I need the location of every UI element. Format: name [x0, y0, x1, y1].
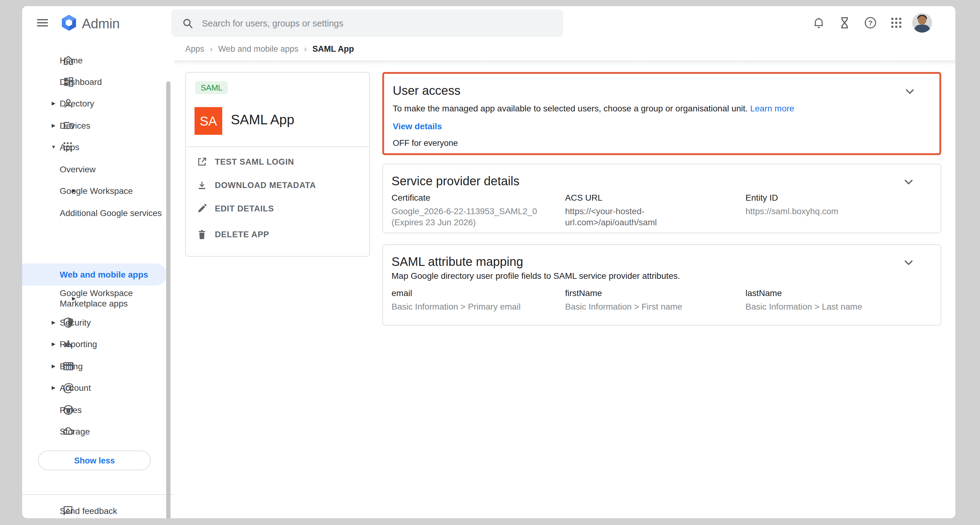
expand-right-icon[interactable]: ▶	[49, 320, 58, 325]
action-label: EDIT DETAILS	[215, 204, 274, 213]
attribute-value: Basic Information > Last name	[746, 301, 913, 312]
trash-icon	[196, 229, 207, 240]
entity-id-field: Entity ID https://saml.boxyhq.com	[746, 192, 913, 216]
user-access-card: User access To make the managed app avai…	[382, 72, 941, 155]
expand-right-icon[interactable]: ▶	[49, 123, 58, 128]
user-avatar[interactable]	[912, 13, 932, 33]
expand-right-icon[interactable]: ▶	[49, 385, 58, 390]
action-label: DOWNLOAD METADATA	[215, 181, 316, 190]
learn-more-link[interactable]: Learn more	[750, 103, 794, 113]
sidebar-item-overview[interactable]: Overview	[22, 158, 174, 180]
action-label: DELETE APP	[215, 230, 269, 239]
sidebar-nav: Home Dashboard ▶ Directory ▶ Devices ▼ A…	[22, 47, 174, 518]
app-avatar-tile: SA	[194, 107, 222, 135]
field-label: ACS URL	[565, 192, 733, 202]
field-value: https://saml.boxyhq.com	[746, 206, 838, 216]
google-admin-logo: Admin	[60, 14, 120, 34]
sidebar-item-directory[interactable]: ▶ Directory	[22, 92, 174, 114]
chevron-down-icon[interactable]	[905, 86, 918, 100]
sidebar-item-google-workspace[interactable]: ▶ Google Workspace	[22, 180, 174, 201]
sidebar-item-label: Directory	[60, 98, 94, 108]
chevron-down-icon[interactable]	[904, 257, 917, 271]
sidebar-item-label: Google Workspace Marketplace apps	[60, 288, 152, 309]
collapse-down-icon[interactable]: ▼	[49, 144, 58, 150]
sidebar-item-home[interactable]: Home	[22, 49, 174, 71]
delete-app-button[interactable]: DELETE APP	[186, 224, 369, 245]
firstname-mapping: firstName Basic Information > First name	[565, 288, 733, 312]
field-value: url.com>/api/oauth/saml	[565, 217, 657, 227]
attribute-value: Basic Information > First name	[565, 301, 733, 312]
chevron-right-icon: ›	[210, 44, 213, 54]
attribute-mapping-description: Map Google directory user profile fields…	[391, 271, 680, 281]
field-value: (Expires 23 Jun 2026)	[391, 217, 476, 227]
field-value: Google_2026-6-22-113953_SAML2_0	[391, 206, 537, 216]
scrollbar-thumb[interactable]	[166, 81, 170, 518]
show-less-button[interactable]: Show less	[38, 450, 151, 470]
sidebar-item-label: Google Workspace	[60, 186, 133, 196]
card-divider	[186, 146, 369, 147]
main-menu-icon[interactable]	[37, 17, 52, 29]
send-feedback-button[interactable]: Send feedback	[22, 500, 174, 518]
apps-grid-icon[interactable]	[889, 16, 903, 30]
breadcrumb-shadow	[174, 60, 955, 65]
edit-details-button[interactable]: EDIT DETAILS	[186, 198, 369, 219]
expand-right-icon[interactable]: ▶	[49, 341, 58, 347]
admin-hexagon-icon	[60, 14, 78, 34]
download-icon	[196, 180, 207, 191]
breadcrumb: Apps › Web and mobile apps › SAML App	[185, 43, 354, 54]
sidebar-item-reporting[interactable]: ▶ Reporting	[22, 333, 174, 355]
sidebar-item-label: Billing	[60, 361, 83, 371]
hourglass-tasks-icon[interactable]	[838, 16, 851, 30]
sidebar-item-rules[interactable]: Rules	[22, 399, 174, 420]
user-access-description: To make the managed app available to sel…	[393, 103, 748, 113]
expand-right-icon[interactable]: ▶	[49, 100, 58, 106]
breadcrumb-apps[interactable]: Apps	[185, 44, 204, 53]
stage: Admin Search for users, groups or settin…	[0, 0, 980, 525]
sidebar-item-storage[interactable]: Storage	[22, 420, 174, 442]
search-bar[interactable]: Search for users, groups or settings	[171, 9, 563, 37]
view-details-link[interactable]: View details	[393, 121, 442, 131]
sidebar-item-devices[interactable]: ▶ Devices	[22, 115, 174, 136]
attribute-mapping-card: SAML attribute mapping Map Google direct…	[382, 244, 941, 326]
sidebar-item-label: Web and mobile apps	[60, 270, 148, 279]
top-bar: Admin Search for users, groups or settin…	[22, 6, 955, 47]
breadcrumb-current: SAML App	[312, 44, 354, 53]
notifications-bell-icon[interactable]	[812, 16, 826, 30]
sidebar-item-additional-google-services[interactable]: Additional Google services	[22, 202, 174, 223]
help-icon[interactable]: ?	[864, 16, 877, 30]
breadcrumb-web-and-mobile-apps[interactable]: Web and mobile apps	[218, 44, 299, 53]
send-feedback-label: Send feedback	[60, 506, 117, 515]
sidebar-item-security[interactable]: ▶ Security	[22, 312, 174, 333]
action-label: TEST SAML LOGIN	[215, 157, 294, 167]
sidebar-item-marketplace-apps[interactable]: ▶ Google Workspace Marketplace apps	[22, 282, 174, 315]
sidebar-item-label: Storage	[60, 426, 90, 436]
sidebar-item-billing[interactable]: ▶ Billing	[22, 355, 174, 377]
attribute-name: firstName	[565, 288, 733, 298]
chevron-down-icon[interactable]	[904, 177, 917, 190]
attribute-name: lastName	[746, 288, 913, 298]
saml-app-card: SAML SA SAML App TEST SAML LOGIN DOWNLOA…	[185, 72, 370, 257]
sidebar-item-label: Dashboard	[60, 76, 102, 86]
sidebar-scrollbar[interactable]	[166, 81, 170, 518]
sidebar-item-account[interactable]: ▶ @ Account	[22, 377, 174, 398]
svg-text:?: ?	[868, 19, 873, 27]
sidebar-item-label: Devices	[60, 120, 91, 130]
field-label: Certificate	[391, 192, 559, 202]
admin-logo-text: Admin	[82, 16, 120, 32]
sidebar-item-label: Account	[60, 382, 91, 392]
test-saml-login-button[interactable]: TEST SAML LOGIN	[186, 151, 369, 172]
attribute-value: Basic Information > Primary email	[391, 301, 559, 312]
search-input[interactable]: Search for users, groups or settings	[202, 18, 343, 28]
sidebar-item-label: Reporting	[60, 339, 97, 348]
certificate-field: Certificate Google_2026-6-22-113953_SAML…	[391, 192, 559, 228]
saml-type-badge: SAML	[195, 81, 228, 94]
user-access-title: User access	[393, 84, 460, 98]
search-icon	[182, 18, 193, 29]
sidebar-item-apps[interactable]: ▼ Apps	[22, 136, 174, 158]
sidebar-item-label: Home	[60, 55, 83, 65]
sidebar-item-dashboard[interactable]: Dashboard	[22, 71, 174, 92]
download-metadata-button[interactable]: DOWNLOAD METADATA	[186, 175, 369, 196]
expand-right-icon[interactable]: ▶	[49, 363, 58, 369]
service-provider-card: Service provider details Certificate Goo…	[382, 164, 941, 233]
sidebar-item-label: Overview	[60, 164, 96, 174]
